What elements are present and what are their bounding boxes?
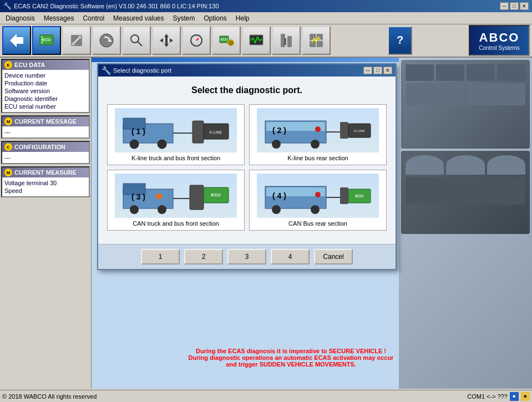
close-button[interactable]: ✕ [520,2,529,10]
port-1-label: K-line truck and bus front section [131,155,220,161]
svg-point-9 [100,34,113,47]
port-option-4[interactable]: ECU ( 4 ) CAN Bus rear section [249,170,387,231]
svg-point-37 [130,140,139,149]
port-option-2[interactable]: K-LINE ( 2 ) K-line bus rear section [249,104,387,165]
current-message-title: CURRENT MESSAGE [14,118,77,125]
svg-marker-0 [10,34,23,47]
right-content: 🔧 Select diagnostic port ─ □ ✕ Select th… [92,58,532,389]
port-4-button[interactable]: 4 [271,249,310,264]
dialog-title: 🔧 Select diagnostic port [102,66,171,75]
dialog-title-text: Select diagnostic port [113,67,171,74]
menu-system[interactable]: System [168,13,199,23]
svg-point-56 [130,205,139,214]
current-message-content: --- [2,126,89,138]
svg-point-66 [272,205,281,214]
help-button[interactable]: ? [388,26,412,55]
svg-rect-30 [284,38,286,45]
configuration-title: CONFIGURATION [14,144,65,150]
port-4-image: ECU ( 4 ) [257,174,379,218]
menu-options[interactable]: Options [200,13,231,23]
gauge-button[interactable] [182,26,211,55]
port-3-label: CAN truck and bus front section [133,220,219,227]
svg-rect-3 [41,36,43,38]
menu-measured-values[interactable]: Measured values [109,13,168,23]
dialog-close-button[interactable]: ✕ [383,67,392,74]
svg-rect-4 [41,39,43,40]
ecu-serial-label: ECU serial number [4,103,87,110]
svg-line-21 [191,36,192,37]
port-1-scene: K-LINE ( 1 ) [115,108,237,152]
svg-rect-5 [41,42,43,43]
port-2-button[interactable]: 2 [184,249,223,264]
svg-point-46 [272,140,281,149]
svg-marker-17 [170,38,173,43]
brand: ABCO Control Systems [469,25,530,56]
window-controls: ─ □ ✕ [500,2,529,10]
search-button[interactable] [122,26,151,55]
svg-line-12 [138,42,142,46]
tool-btn-11[interactable] [302,26,331,55]
production-date-label: Production date [4,79,87,87]
current-measure-content: Voltage terminal 30 Speed [2,177,89,196]
port-4-label: CAN Bus rear section [288,220,347,227]
svg-text:ECU: ECU [43,38,51,42]
port-option-1[interactable]: K-LINE ( 1 ) K-line truck and bus front … [107,104,245,165]
oscilloscope-button[interactable] [242,26,271,55]
current-measure-title: CURRENT MEASURE [14,169,77,176]
svg-text:( 3 ): ( 3 ) [131,192,145,201]
maximize-button[interactable]: □ [510,2,519,10]
dialog-titlebar: 🔧 Select diagnostic port ─ □ ✕ [98,64,396,77]
menu-diagnosis[interactable]: Diagnosis [1,13,39,23]
port-2-label: K-line bus rear section [287,155,348,161]
svg-text:?: ? [396,34,403,46]
port-1-button[interactable]: 1 [141,249,180,264]
svg-rect-49 [340,122,348,139]
app-title: ECAS CAN2 Diagnostic Software (en) V3.00… [14,3,219,9]
dialog-controls: ─ □ ✕ [363,67,392,74]
title-bar: 🔧 ECAS CAN2 Diagnostic Software (en) V3.… [0,0,532,12]
diagnostic-port-dialog: 🔧 Select diagnostic port ─ □ ✕ Select th… [97,63,397,270]
dialog-minimize-button[interactable]: ─ [363,67,372,74]
tool-btn-10[interactable] [272,26,301,55]
toolbar: ECU [0,24,532,58]
svg-text:⚙: ⚙ [229,40,234,46]
svg-marker-15 [164,44,169,47]
minimize-button[interactable]: ─ [500,2,509,10]
svg-point-52 [315,126,321,132]
configuration-content: --- [2,152,89,163]
status-bar: © 2018 WABCO All rights reserved COM1 <-… [0,390,532,402]
port-option-3[interactable]: ECU ( 3 ) CAN truck and bus front sectio… [107,170,245,231]
svg-text:ECU: ECU [221,38,228,41]
svg-marker-16 [160,38,163,43]
arrows-button[interactable] [152,26,181,55]
svg-point-57 [158,205,166,214]
wrench-button[interactable] [62,26,91,55]
voltage-terminal-label: Voltage terminal 30 [4,179,87,187]
back-button[interactable] [2,26,31,55]
menu-messages[interactable]: Messages [39,13,79,23]
port-3-scene: ECU ( 3 ) [115,174,237,218]
circular-button[interactable] [92,26,121,55]
cancel-button[interactable]: Cancel [314,249,353,264]
port-3-button[interactable]: 3 [227,249,266,264]
svg-text:ECU: ECU [211,192,221,197]
brand-subtitle: Control Systems [479,45,519,51]
dialog-maximize-button[interactable]: □ [373,67,382,74]
port-1-image: K-LINE ( 1 ) [115,108,237,152]
ecu-button[interactable]: ECU [32,26,61,55]
svg-rect-14 [165,37,168,44]
svg-rect-69 [340,187,348,204]
ecu-gear-button[interactable]: ECU ⚙ [212,26,241,55]
port-2-image: K-LINE ( 2 ) [257,108,379,152]
svg-marker-13 [164,34,169,37]
config-icon: C [4,143,12,151]
dialog-overlay: 🔧 Select diagnostic port ─ □ ✕ Select th… [92,58,532,389]
diagnostic-identifier-label: Diagnostic identifier [4,95,87,103]
port-2-scene: K-LINE ( 2 ) [257,108,379,152]
menu-control[interactable]: Control [78,13,109,23]
current-measure-section: M CURRENT MEASURE Voltage terminal 30 Sp… [1,166,90,197]
dialog-heading: Select the diagnostic port. [107,85,387,95]
warning-text: During the ECAS diagnosis it is imperati… [183,343,399,372]
menu-help[interactable]: Help [231,13,254,23]
dialog-footer: 1 2 3 4 Cancel [98,244,396,269]
